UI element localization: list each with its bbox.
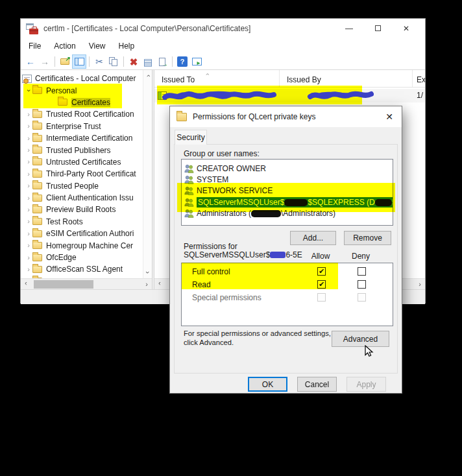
ok-button[interactable]: OK bbox=[248, 377, 287, 392]
chevron-right-icon[interactable]: › bbox=[25, 195, 32, 202]
tree-item-untrusted[interactable]: ›Untrusted Certificates bbox=[21, 156, 143, 168]
scroll-left-arrow-icon[interactable]: › bbox=[21, 280, 30, 289]
allow-checkbox-read[interactable]: ✔ bbox=[317, 280, 326, 289]
tree-item-trusted-people[interactable]: ›Trusted People bbox=[21, 180, 143, 192]
redaction-black bbox=[284, 199, 308, 206]
users-icon bbox=[184, 175, 194, 184]
remove-button[interactable]: Remove bbox=[344, 231, 391, 245]
tab-security[interactable]: Security bbox=[175, 130, 207, 145]
copy-icon[interactable] bbox=[106, 54, 121, 69]
tree-item-certificates[interactable]: Certificates bbox=[21, 97, 143, 108]
tree-item-trusted-publishers[interactable]: ›Trusted Publishers bbox=[21, 144, 143, 156]
permission-row-special-permissions: Special permissions bbox=[182, 291, 393, 304]
tree-horizontal-scrollbar[interactable]: › › bbox=[21, 278, 152, 289]
chevron-right-icon[interactable]: › bbox=[25, 254, 32, 261]
tree-item-label: Preview Build Roots bbox=[46, 205, 116, 214]
apply-button: Apply bbox=[346, 377, 386, 392]
close-button[interactable]: ✕ bbox=[402, 24, 411, 33]
minimize-button[interactable]: — bbox=[345, 24, 354, 33]
menu-item-action[interactable]: Action bbox=[47, 40, 82, 53]
certificate-row[interactable]: 1/ bbox=[154, 89, 425, 102]
list-header: › Issued To Issued By Ex bbox=[154, 70, 425, 88]
tree-item-esim[interactable]: ›eSIM Certification Authori bbox=[21, 228, 143, 239]
chevron-down-icon[interactable]: › bbox=[25, 87, 32, 95]
chevron-right-icon[interactable]: › bbox=[25, 158, 32, 165]
toolbar-separator bbox=[172, 56, 173, 67]
chevron-right-icon[interactable]: › bbox=[25, 266, 32, 273]
deny-checkbox-read[interactable] bbox=[358, 280, 366, 289]
toggle-tree-icon[interactable] bbox=[72, 54, 86, 69]
tree-item-officescan[interactable]: ›OfficeScan SSL Agent bbox=[21, 263, 143, 275]
menu-item-help[interactable]: Help bbox=[112, 40, 141, 53]
scroll-right-arrow-icon[interactable]: › bbox=[142, 280, 151, 289]
dialog-close-icon[interactable]: ✕ bbox=[383, 112, 395, 122]
tree-item-label: Trusted Publishers bbox=[46, 146, 111, 155]
back-icon[interactable]: ← bbox=[23, 54, 38, 69]
chevron-right-icon[interactable]: › bbox=[25, 206, 32, 213]
export-list-icon[interactable]: → bbox=[155, 54, 169, 69]
tree-item-homegroup[interactable]: ›Homegroup Machine Cer bbox=[21, 239, 143, 251]
user-row-administrators[interactable]: Administrators (\Administrators) bbox=[182, 208, 393, 219]
scroll-down-arrow-icon[interactable]: › bbox=[143, 268, 152, 277]
chevron-right-icon[interactable]: › bbox=[25, 230, 32, 237]
permission-row-read: Read✔ bbox=[182, 278, 393, 291]
user-row-system[interactable]: SYSTEM bbox=[182, 174, 393, 185]
help-icon[interactable]: ? bbox=[175, 54, 189, 69]
scroll-left-arrow-icon[interactable]: › bbox=[155, 280, 164, 289]
menu-item-view[interactable]: View bbox=[82, 40, 112, 53]
deny-checkbox-full-control[interactable] bbox=[358, 267, 366, 276]
column-header-expiration[interactable]: Ex bbox=[413, 70, 425, 87]
tree-item-client-auth[interactable]: ›Client Authentication Issu bbox=[21, 192, 143, 204]
tree-item-ofcedge[interactable]: ›OfcEdge bbox=[21, 252, 143, 263]
toolbar: ←→↗✂✖▤→?▸ bbox=[21, 54, 425, 70]
user-name: SYSTEM bbox=[197, 175, 228, 184]
chevron-right-icon[interactable]: › bbox=[25, 111, 32, 118]
chevron-right-icon[interactable]: › bbox=[25, 147, 32, 154]
tree-item-label: Trusted People bbox=[46, 182, 99, 191]
tree-item-enterprise-trust[interactable]: ›Enterprise Trust bbox=[21, 121, 143, 132]
tree-item-intermediate[interactable]: ›Intermediate Certification bbox=[21, 132, 143, 144]
certificate-icon bbox=[158, 91, 167, 100]
chevron-right-icon[interactable]: › bbox=[25, 171, 32, 178]
chevron-right-icon[interactable]: › bbox=[25, 182, 32, 189]
tree-item-label: Personal bbox=[46, 86, 77, 95]
user-row-network-service[interactable]: NETWORK SERVICE bbox=[182, 185, 393, 196]
permissions-list: Full control✔Read✔Special permissions bbox=[181, 263, 393, 326]
folder-icon bbox=[32, 87, 42, 94]
tree-vertical-scrollbar[interactable]: › › bbox=[143, 70, 152, 278]
scroll-up-arrow-icon[interactable]: › bbox=[143, 71, 152, 80]
tree-item-test-roots[interactable]: ›Test Roots bbox=[21, 216, 143, 228]
column-header-issued-by[interactable]: Issued By bbox=[280, 70, 413, 87]
cancel-button[interactable]: Cancel bbox=[297, 377, 337, 392]
user-name: Administrators (\Administrators) bbox=[197, 209, 335, 218]
chevron-right-icon[interactable]: › bbox=[25, 242, 32, 249]
menu-item-file[interactable]: File bbox=[22, 40, 47, 53]
cut-icon[interactable]: ✂ bbox=[92, 54, 106, 69]
tree-item-console-root[interactable]: Certificates - Local Computer bbox=[21, 73, 143, 84]
group-user-list[interactable]: CREATOR OWNERSYSTEMNETWORK SERVICESQLSer… bbox=[181, 159, 393, 226]
column-header-issued-to[interactable]: Issued To bbox=[154, 70, 280, 87]
user-row-creator-owner[interactable]: CREATOR OWNER bbox=[182, 163, 393, 174]
advanced-button[interactable]: Advanced bbox=[332, 331, 389, 347]
new-window-icon[interactable]: ▸ bbox=[189, 54, 204, 69]
maximize-button[interactable] bbox=[373, 24, 382, 33]
chevron-right-icon[interactable]: › bbox=[25, 135, 32, 142]
chevron-right-icon[interactable]: › bbox=[25, 123, 32, 130]
forward-icon[interactable]: → bbox=[38, 54, 52, 69]
allow-checkbox-full-control[interactable]: ✔ bbox=[317, 267, 326, 276]
folder-icon bbox=[32, 158, 42, 165]
tree-item-trusted-root[interactable]: ›Trusted Root Certification bbox=[21, 108, 143, 120]
tree-item-personal[interactable]: ›Personal bbox=[21, 84, 143, 96]
user-row-sqlserver-user[interactable]: SQLServerMSSQLUser$$SQLEXPRESS (D5... bbox=[182, 196, 393, 208]
tree-item-third-party[interactable]: ›Third-Party Root Certificat bbox=[21, 168, 143, 180]
chevron-right-icon[interactable]: › bbox=[25, 218, 32, 225]
up-folder-icon[interactable]: ↗ bbox=[58, 54, 72, 69]
scrollbar-thumb[interactable] bbox=[34, 280, 93, 289]
properties-icon[interactable]: ▤ bbox=[141, 54, 155, 69]
delete-icon[interactable]: ✖ bbox=[127, 54, 141, 69]
folder-icon bbox=[32, 242, 42, 249]
tree-item-label: Enterprise Trust bbox=[46, 122, 101, 131]
tree-item-preview-build[interactable]: ›Preview Build Roots bbox=[21, 204, 143, 215]
scroll-right-arrow-icon[interactable]: › bbox=[415, 280, 424, 289]
folder-icon bbox=[176, 113, 187, 121]
